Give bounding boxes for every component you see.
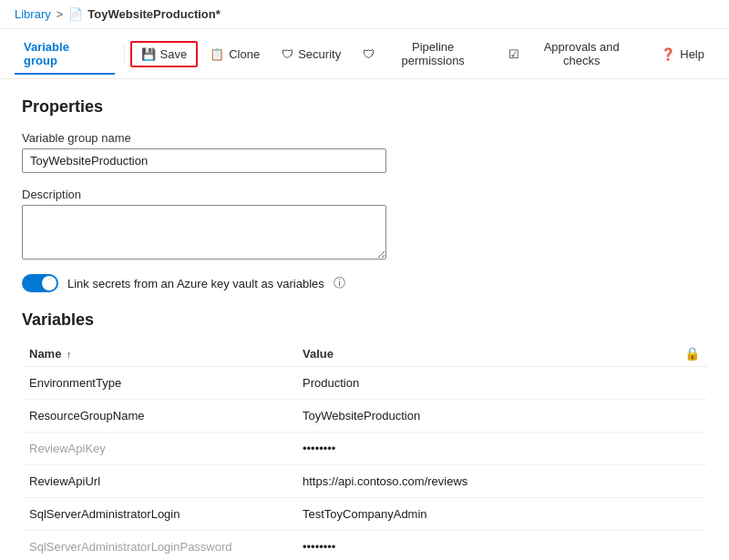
variables-section-title: Variables [22, 311, 707, 330]
link-secrets-label: Link secrets from an Azure key vault as … [67, 277, 324, 290]
security-icon: 🛡 [282, 47, 293, 61]
tab-variable-group[interactable]: Variable group [15, 33, 115, 75]
variables-table: Name ↑ Value 🔒 EnvironmentTypeProduction… [22, 341, 707, 560]
variables-table-body: EnvironmentTypeProductionResourceGroupNa… [22, 367, 707, 561]
variable-group-name-group: Variable group name [22, 131, 707, 173]
variables-section: Variables Name ↑ Value 🔒 EnvironmentType… [22, 311, 707, 560]
breadcrumb-page-icon: 📄 [68, 7, 83, 21]
variable-name-cell: EnvironmentType [22, 367, 295, 400]
save-button[interactable]: 💾 Save [130, 41, 199, 67]
table-row[interactable]: ResourceGroupNameToyWebsiteProduction [22, 400, 707, 433]
variable-lock-cell [677, 433, 707, 465]
variable-value-cell: TestToyCompanyAdmin [295, 498, 677, 531]
variable-value-cell: •••••••• [295, 531, 677, 561]
variable-lock-cell [677, 400, 707, 433]
table-row[interactable]: SqlServerAdministratorLoginPassword•••••… [22, 531, 707, 561]
variable-group-name-label: Variable group name [22, 131, 707, 145]
properties-section-title: Properties [22, 97, 707, 117]
column-header-value: Value [295, 341, 677, 367]
help-button[interactable]: ❓ Help [651, 42, 714, 66]
clone-button[interactable]: 📋 Clone [200, 42, 270, 66]
save-icon: 💾 [141, 47, 156, 61]
breadcrumb-current-page: ToyWebsiteProduction* [87, 7, 220, 21]
breadcrumb-separator: > [56, 7, 64, 21]
variable-value-cell: ToyWebsiteProduction [295, 400, 677, 433]
help-icon: ❓ [661, 47, 675, 61]
link-secrets-row: Link secrets from an Azure key vault as … [22, 274, 707, 292]
variable-name-cell: ReviewApiUrl [22, 465, 295, 498]
variable-name-cell: ResourceGroupName [22, 400, 295, 433]
variable-group-name-input[interactable] [22, 148, 386, 173]
main-content: Properties Variable group name Descripti… [0, 79, 729, 560]
security-button[interactable]: 🛡 Security [272, 42, 351, 66]
description-textarea[interactable] [22, 205, 386, 260]
variable-lock-cell [677, 465, 707, 498]
table-row[interactable]: SqlServerAdministratorLoginTestToyCompan… [22, 498, 707, 531]
pipeline-permissions-icon: 🛡 [363, 47, 375, 61]
table-row[interactable]: EnvironmentTypeProduction [22, 367, 707, 400]
info-icon[interactable]: ⓘ [334, 275, 345, 291]
column-header-name[interactable]: Name ↑ [22, 341, 295, 367]
clone-icon: 📋 [210, 47, 224, 61]
variable-value-cell: Production [295, 367, 677, 400]
variable-lock-cell [677, 498, 707, 531]
description-label: Description [22, 188, 707, 201]
variable-lock-cell [677, 531, 707, 561]
approvals-checks-icon: ☑ [508, 47, 519, 61]
variable-value-cell: •••••••• [295, 433, 677, 465]
variable-value-cell: https://api.contoso.com/reviews [295, 465, 677, 498]
column-header-lock: 🔒 [677, 341, 707, 367]
table-row[interactable]: ReviewApiKey•••••••• [22, 433, 707, 465]
table-row[interactable]: ReviewApiUrlhttps://api.contoso.com/revi… [22, 465, 707, 498]
toolbar-separator-1 [124, 45, 125, 63]
pipeline-permissions-button[interactable]: 🛡 Pipeline permissions [353, 35, 497, 73]
variables-table-header: Name ↑ Value 🔒 [22, 341, 707, 367]
breadcrumb: Library > 📄 ToyWebsiteProduction* [0, 0, 729, 29]
sort-icon: ↑ [67, 349, 72, 360]
lock-icon: 🔒 [684, 346, 700, 361]
approvals-checks-button[interactable]: ☑ Approvals and checks [498, 35, 649, 73]
variable-name-cell: SqlServerAdministratorLoginPassword [22, 531, 295, 561]
link-secrets-toggle[interactable] [22, 274, 58, 292]
toolbar: Variable group 💾 Save 📋 Clone 🛡 Security… [0, 29, 729, 79]
variable-name-cell: SqlServerAdministratorLogin [22, 498, 295, 531]
variable-lock-cell [677, 367, 707, 400]
toggle-knob [42, 276, 56, 290]
variable-name-cell: ReviewApiKey [22, 433, 295, 465]
breadcrumb-library-link[interactable]: Library [15, 7, 51, 21]
description-group: Description [22, 188, 707, 260]
